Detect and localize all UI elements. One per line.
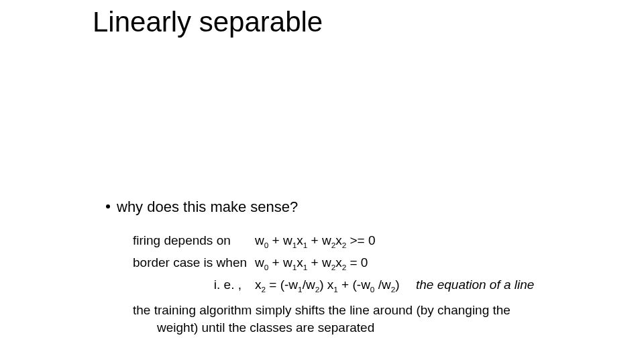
bullet-text: why does this make sense?: [117, 198, 298, 215]
cell-r1c2: w0 + w1x1 + w2x2 >= 0: [255, 232, 416, 254]
slide-title: Linearly separable: [93, 7, 323, 38]
cell-r3c3: the equation of a line: [416, 276, 564, 298]
conclusion-text: the training algorithm simply shifts the…: [133, 302, 546, 337]
table-row: border case is when w0 + w1x1 + w2x2 = 0: [133, 254, 564, 276]
cell-r2c1: border case is when: [133, 254, 255, 276]
cell-r2c2: w0 + w1x1 + w2x2 = 0: [255, 254, 416, 276]
bullet-dot-icon: [106, 204, 110, 208]
table-row: i. e. , x2 = (-w1/w2) x1 + (-w0 /w2) the…: [133, 276, 564, 298]
bullet-line: why does this make sense?: [106, 198, 298, 216]
equation-table: firing depends on w0 + w1x1 + w2x2 >= 0 …: [133, 232, 564, 298]
slide: Linearly separable why does this make se…: [0, 0, 644, 362]
cell-r3c1: i. e. ,: [133, 276, 255, 298]
cell-r1c3: [416, 232, 564, 254]
cell-r2c3: [416, 254, 564, 276]
cell-r3c2: x2 = (-w1/w2) x1 + (-w0 /w2): [255, 276, 416, 298]
cell-r1c1: firing depends on: [133, 232, 255, 254]
table-row: firing depends on w0 + w1x1 + w2x2 >= 0: [133, 232, 564, 254]
